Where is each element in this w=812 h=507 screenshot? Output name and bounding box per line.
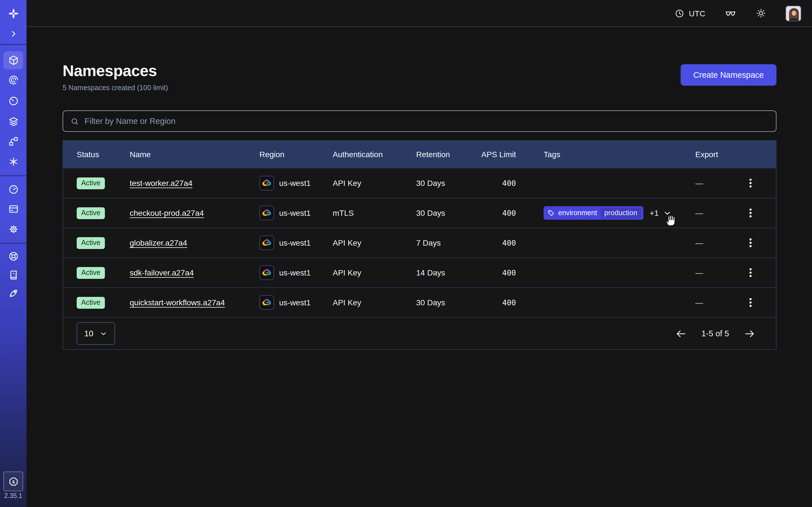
- auth-value: API Key: [333, 238, 416, 247]
- create-namespace-button[interactable]: Create Namespace: [680, 64, 776, 86]
- sidebar-item-deployments[interactable]: [0, 113, 27, 131]
- namespace-link[interactable]: checkout-prod.a27a4: [130, 209, 204, 217]
- arrow-right-icon: [744, 328, 756, 339]
- tag-chip[interactable]: environment production: [544, 206, 644, 220]
- gcp-icon: [259, 235, 274, 250]
- sidebar-item-usage[interactable]: [0, 180, 27, 198]
- col-header-region: Region: [259, 150, 333, 159]
- retention-value: 14 Days: [416, 268, 480, 277]
- namespaces-table: Status Name Region Authentication Retent…: [63, 140, 776, 350]
- kebab-icon: [747, 178, 755, 188]
- aps-limit-value: 400: [480, 238, 516, 247]
- gauge-icon: [8, 184, 19, 195]
- tag-value: production: [601, 208, 642, 218]
- retention-value: 30 Days: [416, 179, 480, 187]
- region-label: us-west1: [279, 268, 311, 277]
- rocket-icon: [8, 287, 19, 298]
- gear-icon: [8, 224, 19, 235]
- gcp-icon: [259, 206, 274, 220]
- search-icon: [70, 116, 80, 126]
- aps-limit-value: 400: [480, 209, 516, 217]
- credits-badge-button[interactable]: $: [3, 471, 23, 491]
- sidebar-item-billing[interactable]: [0, 200, 27, 218]
- topbar: UTC: [27, 0, 812, 27]
- sidebar-item-docs[interactable]: [0, 266, 27, 284]
- region-label: us-west1: [279, 238, 311, 247]
- sidebar-item-schedules[interactable]: [0, 92, 27, 110]
- temporal-logo-icon[interactable]: [0, 4, 27, 22]
- sidebar-item-settings[interactable]: [0, 220, 27, 238]
- sidebar-divider: [0, 243, 27, 244]
- retention-value: 30 Days: [416, 298, 480, 307]
- col-header-export: Export: [694, 150, 725, 159]
- row-menu-button[interactable]: [744, 265, 757, 280]
- chevron-down-icon: [663, 208, 672, 218]
- tags-more-count: +1: [650, 209, 659, 217]
- table-row: Active quickstart-workflows.a27a4 us-wes…: [63, 287, 776, 317]
- row-menu-button[interactable]: [744, 176, 757, 190]
- search-input[interactable]: [85, 117, 769, 126]
- namespace-link[interactable]: sdk-failover.a27a4: [130, 268, 194, 277]
- kebab-icon: [747, 208, 755, 218]
- tags-expand-button[interactable]: [663, 208, 672, 218]
- sidebar-item-getting-started[interactable]: [0, 284, 27, 302]
- table-row: Active globalizer.a27a4 us-west1 API Key…: [63, 228, 776, 258]
- status-badge: Active: [77, 237, 105, 249]
- table-row: Active checkout-prod.a27a4 us-west1 mTLS…: [63, 198, 776, 228]
- next-page-button[interactable]: [743, 327, 757, 341]
- filter-bar: [63, 110, 776, 132]
- sidebar-item-support[interactable]: [0, 247, 27, 265]
- sidebar-divider: [0, 175, 27, 176]
- region-label: us-west1: [279, 298, 311, 307]
- status-badge: Active: [77, 207, 105, 219]
- glasses-icon: [725, 7, 737, 19]
- table-row: Active sdk-failover.a27a4 us-west1 API K…: [63, 258, 776, 287]
- gcp-icon: [259, 265, 274, 280]
- timezone-selector[interactable]: UTC: [674, 8, 705, 18]
- export-value: —: [694, 238, 725, 247]
- sidebar-item-batch-operations[interactable]: [0, 132, 27, 151]
- col-header-status: Status: [63, 150, 130, 159]
- pagination-range: 1-5 of 5: [702, 329, 729, 338]
- export-value: —: [694, 268, 725, 277]
- namespace-link[interactable]: globalizer.a27a4: [130, 238, 187, 247]
- aps-limit-value: 400: [480, 179, 516, 187]
- theme-toggle-button[interactable]: [756, 8, 766, 18]
- col-header-name: Name: [130, 150, 259, 159]
- lifebuoy-icon: [8, 251, 19, 262]
- auth-value: API Key: [333, 179, 416, 187]
- sidebar: $ 2.35.1: [0, 0, 27, 507]
- sidebar-expand-button[interactable]: [0, 25, 27, 43]
- auth-value: API Key: [333, 268, 416, 277]
- tag-icon: [548, 209, 555, 217]
- arrow-left-icon: [675, 328, 687, 339]
- kebab-icon: [747, 297, 755, 307]
- sidebar-item-nexus[interactable]: [0, 153, 27, 171]
- labs-toggle-button[interactable]: [725, 7, 737, 19]
- namespace-link[interactable]: quickstart-workflows.a27a4: [130, 298, 225, 307]
- auth-value: mTLS: [333, 209, 416, 217]
- chevron-right-icon: [8, 29, 18, 39]
- app-version: 2.35.1: [0, 492, 27, 499]
- user-avatar[interactable]: [785, 5, 801, 21]
- status-badge: Active: [77, 267, 105, 279]
- col-header-tags: Tags: [516, 150, 694, 159]
- sidebar-item-workflows[interactable]: [0, 71, 27, 89]
- aps-limit-value: 400: [480, 268, 516, 277]
- page-title: Namespaces: [63, 62, 168, 80]
- col-header-retention: Retention: [416, 150, 480, 159]
- table-row: Active test-worker.a27a4 us-west1 API Ke…: [63, 168, 776, 198]
- retention-value: 7 Days: [416, 238, 480, 247]
- namespace-link[interactable]: test-worker.a27a4: [130, 179, 193, 187]
- row-menu-button[interactable]: [744, 206, 757, 220]
- gcp-icon: [259, 176, 274, 190]
- page-header: Namespaces 5 Namespaces created (100 lim…: [63, 62, 776, 92]
- row-menu-button[interactable]: [744, 295, 757, 310]
- row-menu-button[interactable]: [744, 235, 757, 250]
- clock-icon: [674, 8, 684, 18]
- sidebar-item-namespaces[interactable]: [0, 51, 27, 69]
- region-label: us-west1: [279, 209, 311, 217]
- previous-page-button[interactable]: [674, 327, 688, 341]
- page-size-select[interactable]: 10: [77, 322, 115, 345]
- cube-icon: [8, 55, 19, 66]
